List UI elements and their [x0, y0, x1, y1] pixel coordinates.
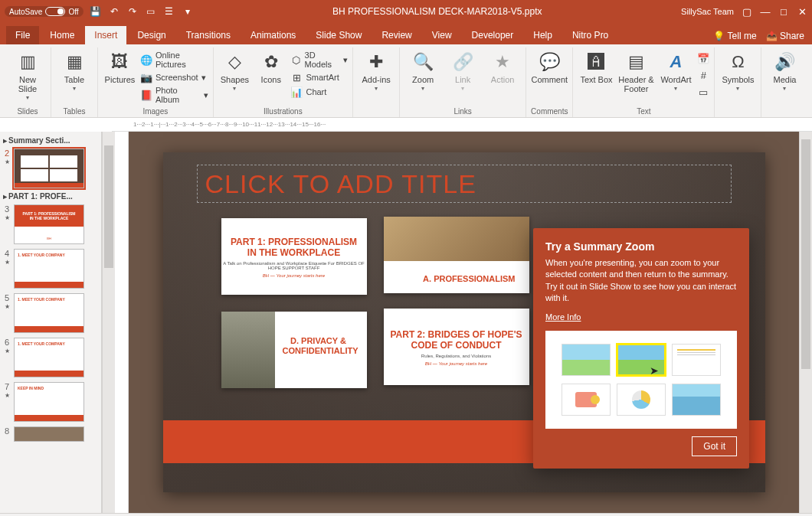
more-info-link[interactable]: More Info: [545, 312, 581, 322]
online-pictures-button[interactable]: 🌐Online Pictures: [140, 51, 208, 69]
tab-transitions[interactable]: Transitions: [177, 26, 240, 44]
close-icon[interactable]: ✕: [797, 6, 807, 18]
tab-home[interactable]: Home: [41, 26, 83, 44]
chart-icon: 📊: [290, 86, 303, 98]
slide-thumb-2[interactable]: 2★: [3, 146, 98, 191]
cube-icon: ⬡: [290, 54, 301, 66]
zoom-section-card-4[interactable]: PART 2: BRIDGES OF HOPE'S CODE OF CONDUC…: [384, 309, 529, 385]
tab-developer[interactable]: Developer: [463, 26, 523, 44]
symbols-button[interactable]: ΩSymbols▾: [719, 51, 756, 93]
title-bar: AutoSave Off 💾 ↶ ↷ ▭ ☰ ▾ BH PROFESSIONAL…: [0, 0, 812, 23]
screenshot-button[interactable]: 📷Screenshot ▾: [140, 71, 208, 83]
media-button[interactable]: 🔊Media▾: [766, 51, 803, 93]
smartart-button[interactable]: ⊞SmartArt: [290, 71, 348, 83]
slide-thumb-4[interactable]: 4★1. MEET YOUR COMPANY: [3, 247, 98, 291]
tell-me-search[interactable]: 💡 Tell me: [713, 31, 756, 41]
zoom-section-card-1[interactable]: PART 1: PROFESSIONALISM IN THE WORKPLACE…: [221, 218, 367, 295]
group-comments: Comments: [531, 106, 568, 117]
new-slide-icon: ▥: [16, 51, 39, 73]
zoom-button[interactable]: 🔍Zoom▾: [404, 51, 441, 93]
pictures-button[interactable]: 🖼Pictures: [103, 51, 137, 84]
maximize-icon[interactable]: □: [778, 6, 789, 18]
tab-insert[interactable]: Insert: [85, 26, 126, 44]
link-button: 🔗Link▾: [444, 51, 481, 93]
ribbon-options-icon[interactable]: ▢: [742, 6, 752, 18]
photo-album-button[interactable]: 📕Photo Album ▾: [140, 86, 208, 104]
online-pictures-icon: 🌐: [140, 54, 152, 66]
symbols-icon: Ω: [726, 51, 749, 73]
wordart-button[interactable]: AWordArt▾: [657, 51, 694, 93]
autosave-toggle[interactable]: AutoSave Off: [5, 6, 83, 17]
summary-zoom-callout: Try a Summary Zoom When you're presentin…: [533, 228, 749, 469]
slide-thumb-8[interactable]: 8: [3, 424, 98, 444]
tab-design[interactable]: Design: [128, 26, 175, 44]
smartart-icon: ⊞: [290, 71, 303, 83]
slide-thumb-5[interactable]: 5★1. MEET YOUR COMPANY: [3, 291, 98, 335]
ribbon-tabs: File Home Insert Design Transitions Anim…: [0, 23, 812, 44]
date-time-icon[interactable]: 📅: [697, 52, 709, 64]
section-header-2[interactable]: ▸ PART 1: PROFE...: [3, 191, 98, 202]
ribbon: ▥New Slide▾ Slides ▦Table▾ Tables 🖼Pictu…: [0, 44, 812, 118]
tab-slideshow[interactable]: Slide Show: [306, 26, 371, 44]
got-it-button[interactable]: Got it: [692, 436, 737, 456]
wordart-icon: A: [664, 51, 687, 73]
comment-button[interactable]: 💬Comment: [531, 51, 568, 84]
redo-icon[interactable]: ↷: [126, 5, 139, 18]
group-images: Images: [142, 106, 168, 117]
autosave-label: AutoSave: [9, 8, 42, 16]
touch-mode-icon[interactable]: ☰: [163, 5, 175, 18]
header-footer-icon: ▤: [624, 51, 647, 73]
toggle-off-icon: [45, 7, 65, 16]
link-icon: 🔗: [451, 51, 474, 73]
qat-more-icon[interactable]: ▾: [182, 5, 194, 18]
tab-review[interactable]: Review: [372, 26, 421, 44]
icons-button[interactable]: ✿Icons: [254, 51, 287, 84]
zoom-section-card-2[interactable]: A. PROFESSIONALISM: [384, 217, 529, 293]
tab-animations[interactable]: Animations: [241, 26, 305, 44]
zoom-icon: 🔍: [411, 51, 434, 73]
minimize-icon[interactable]: —: [760, 6, 771, 18]
tab-file[interactable]: File: [6, 26, 39, 44]
new-slide-button[interactable]: ▥New Slide▾: [9, 51, 46, 102]
group-links: Links: [453, 106, 471, 117]
status-bar: Slide 2 of 65 📖 English (Philippines) ≡ …: [0, 513, 812, 516]
team-name: SillySac Team: [681, 7, 734, 16]
chart-button[interactable]: 📊Chart: [290, 86, 348, 98]
group-illustrations: Illustrations: [264, 106, 303, 117]
textbox-button[interactable]: 🅰Text Box: [578, 51, 614, 84]
share-button[interactable]: 📤 Share: [766, 31, 804, 41]
addins-button[interactable]: ✚Add-ins▾: [358, 51, 395, 93]
tab-nitro[interactable]: Nitro Pro: [563, 26, 617, 44]
callout-body: When you're presenting, you can zoom to …: [545, 257, 737, 305]
save-icon[interactable]: 💾: [90, 5, 102, 18]
thumbs-scrollbar[interactable]: [102, 132, 115, 513]
cursor-icon: ➤: [650, 364, 659, 377]
textbox-icon: 🅰: [584, 51, 607, 73]
group-slides: Slides: [17, 106, 38, 117]
slide-number-icon[interactable]: #: [697, 69, 709, 81]
table-button[interactable]: ▦Table▾: [56, 51, 93, 93]
tab-view[interactable]: View: [423, 26, 461, 44]
header-footer-button[interactable]: ▤Header & Footer: [617, 51, 654, 93]
from-beginning-icon[interactable]: ▭: [145, 5, 157, 18]
undo-icon[interactable]: ↶: [108, 5, 120, 18]
slide-thumbnails-panel: ▸ Summary Secti... 2★ ▸ PART 1: PROFE...…: [0, 132, 102, 513]
3d-models-button[interactable]: ⬡3D Models ▾: [290, 51, 348, 69]
shapes-button[interactable]: ◇Shapes▾: [218, 51, 251, 93]
table-icon: ▦: [63, 51, 86, 73]
tab-help[interactable]: Help: [524, 26, 562, 44]
comment-icon: 💬: [538, 51, 561, 73]
media-icon: 🔊: [773, 51, 796, 73]
slide-thumb-7[interactable]: 7★KEEP IN MIND: [3, 380, 98, 424]
autosave-state: Off: [68, 8, 78, 16]
object-icon[interactable]: ▭: [697, 86, 709, 98]
editor-scrollbar[interactable]: [799, 132, 812, 513]
title-placeholder[interactable]: CLICK TO ADD TITLE: [197, 165, 732, 203]
section-header[interactable]: ▸ Summary Secti...: [3, 135, 98, 146]
slide-thumb-6[interactable]: 6★1. MEET YOUR COMPANY: [3, 335, 98, 380]
slide-thumb-3[interactable]: 3★PART 1: PROFESSIONALISMIN THE WORKPLAC…: [3, 202, 98, 247]
group-tables: Tables: [64, 106, 86, 117]
callout-preview: ➤: [545, 331, 737, 429]
zoom-section-card-3[interactable]: D. PRIVACY & CONFIDENTIALITY: [221, 312, 367, 388]
photo-album-icon: 📕: [140, 89, 152, 101]
